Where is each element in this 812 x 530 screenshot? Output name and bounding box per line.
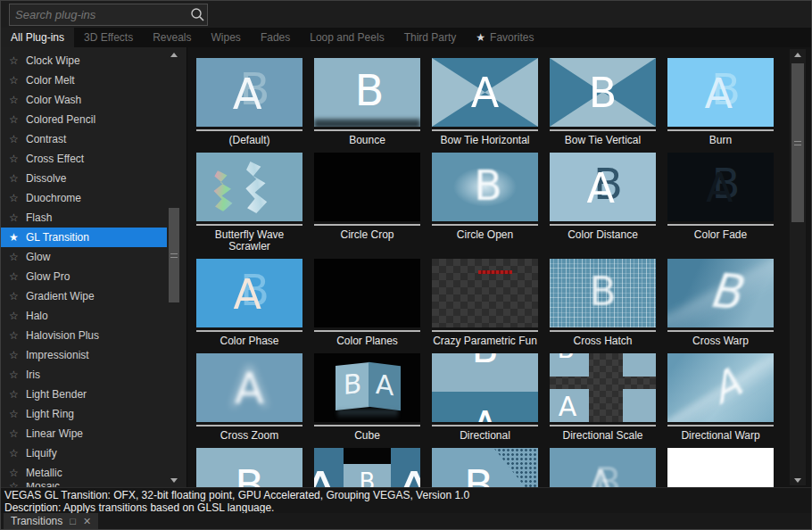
transition-tile-cross-zoom[interactable]: AACross Zoom (196, 353, 302, 442)
transition-thumbnail[interactable] (667, 448, 774, 487)
star-outline-icon[interactable]: ☆ (8, 330, 20, 341)
sidebar-item-gl-transition[interactable]: ★GL Transition (1, 228, 167, 247)
star-outline-icon[interactable]: ☆ (8, 212, 20, 223)
transition-tile-color-fade[interactable]: BAColor Fade (667, 153, 774, 253)
search-box[interactable] (9, 4, 208, 26)
star-outline-icon[interactable]: ☆ (8, 114, 20, 125)
transition-thumbnail[interactable] (314, 259, 420, 327)
transition-thumbnail[interactable]: BA (196, 58, 302, 127)
tab-3d-effects[interactable]: 3D Effects (74, 28, 143, 47)
scroll-up-icon[interactable] (168, 49, 180, 60)
transition-tile-bow-tie-vertical[interactable]: BBow Tie Vertical (550, 58, 656, 146)
tab-reveals[interactable]: Reveals (143, 28, 201, 47)
sidebar-item-light-ring[interactable]: ☆Light Ring (1, 404, 167, 424)
transition-tile-color-phase[interactable]: BAColor Phase (196, 259, 302, 347)
grid-scroll-thumb[interactable] (791, 63, 804, 222)
transition-thumbnail[interactable]: B (432, 448, 538, 487)
transition-thumbnail[interactable]: B (314, 58, 420, 127)
star-outline-icon[interactable]: ☆ (8, 134, 20, 145)
transition-thumbnail[interactable]: B (432, 153, 538, 221)
sidebar-item-liquify[interactable]: ☆Liquify (1, 443, 167, 463)
star-outline-icon[interactable]: ☆ (8, 252, 20, 262)
sidebar-item-impressionist[interactable]: ☆Impressionist (1, 345, 167, 365)
sidebar-item-mosaic[interactable]: ☆Mosaic (1, 483, 167, 487)
sidebar-item-color-melt[interactable]: ☆Color Melt (1, 70, 167, 90)
sidebar-item-light-bender[interactable]: ☆Light Bender (1, 385, 167, 404)
transition-tile-color-planes[interactable]: Color Planes (314, 259, 420, 347)
transition-thumbnail[interactable]: BA (550, 448, 656, 487)
star-outline-icon[interactable]: ☆ (8, 55, 20, 66)
sidebar-item-iris[interactable]: ☆Iris (1, 365, 167, 385)
sidebar-item-dissolve[interactable]: ☆Dissolve (1, 169, 167, 188)
star-outline-icon[interactable]: ☆ (8, 291, 20, 302)
star-outline-icon[interactable]: ☆ (8, 409, 20, 419)
star-outline-icon[interactable]: ☆ (8, 369, 20, 380)
star-outline-icon[interactable]: ☆ (8, 389, 20, 400)
star-outline-icon[interactable]: ☆ (8, 448, 20, 459)
star-outline-icon[interactable]: ☆ (8, 95, 20, 105)
sidebar-item-colored-pencil[interactable]: ☆Colored Pencil (1, 110, 167, 129)
transition-thumbnail[interactable]: A (432, 58, 538, 127)
tab-favorites[interactable]: ★Favorites (466, 28, 543, 47)
transition-thumbnail[interactable]: BA (667, 58, 774, 127)
transition-thumbnail[interactable]: B (550, 58, 656, 127)
transition-thumbnail[interactable] (314, 153, 420, 221)
transition-tile-crazy-parametric-fun[interactable]: Crazy Parametric Fun (432, 259, 538, 347)
sidebar-item-halovision-plus[interactable]: ☆Halovision Plus (1, 326, 167, 345)
star-filled-icon[interactable]: ★ (8, 232, 20, 243)
sidebar-scroll-thumb[interactable] (169, 208, 179, 302)
sidebar-item-glow[interactable]: ☆Glow (1, 247, 167, 267)
scroll-down-icon[interactable] (168, 475, 180, 485)
sidebar-item-flash[interactable]: ☆Flash (1, 208, 167, 228)
transition-tile-circle-crop[interactable]: Circle Crop (314, 153, 420, 253)
transition-tile-directional-scale[interactable]: BADirectional Scale (550, 353, 656, 442)
transition-tile[interactable]: B (196, 448, 302, 487)
transition-tile-cube[interactable]: BACube (314, 353, 420, 442)
transition-thumbnail[interactable]: B (550, 259, 656, 327)
transition-tile-cross-warp[interactable]: BCross Warp (667, 259, 774, 347)
transition-tile-bow-tie-horizontal[interactable]: ABow Tie Horizontal (432, 58, 538, 146)
transition-tile--default-[interactable]: BA(Default) (196, 58, 302, 146)
transition-tile-bounce[interactable]: BBounce (314, 58, 420, 146)
star-outline-icon[interactable]: ☆ (8, 468, 20, 478)
sidebar-item-glow-pro[interactable]: ☆Glow Pro (1, 267, 167, 286)
transition-thumbnail[interactable]: B (667, 259, 774, 327)
transition-thumbnail[interactable]: AABB (314, 448, 420, 487)
transition-thumbnail[interactable]: AA (196, 353, 302, 422)
transition-tile[interactable]: B (432, 448, 538, 487)
transition-tile-cross-hatch[interactable]: BCross Hatch (550, 259, 656, 347)
star-outline-icon[interactable]: ☆ (8, 483, 20, 487)
star-outline-icon[interactable]: ☆ (8, 428, 20, 439)
sidebar-item-contrast[interactable]: ☆Contrast (1, 129, 167, 149)
transition-thumbnail[interactable]: B (196, 448, 302, 487)
grid-scrollbar[interactable] (790, 49, 806, 485)
transition-thumbnail[interactable]: A (667, 353, 774, 422)
tab-loop-and-peels[interactable]: Loop and Peels (300, 28, 394, 47)
sidebar-item-clock-wipe[interactable]: ☆Clock Wipe (1, 51, 167, 70)
transition-tile-circle-open[interactable]: BCircle Open (432, 153, 538, 253)
transition-tile[interactable]: AABB (314, 448, 420, 487)
star-outline-icon[interactable]: ☆ (8, 153, 20, 164)
transition-thumbnail[interactable]: BA (196, 259, 302, 327)
transition-thumbnail[interactable]: BA (314, 353, 420, 422)
tab-wipes[interactable]: Wipes (202, 28, 251, 47)
transition-thumbnail[interactable]: BA (550, 153, 656, 221)
sidebar-item-color-wash[interactable]: ☆Color Wash (1, 90, 167, 110)
transitions-window-tab[interactable]: Transitions □ ✕ (4, 513, 98, 529)
transition-tile-burn[interactable]: BABurn (667, 58, 774, 146)
transition-thumbnail[interactable] (432, 259, 538, 327)
sidebar-item-cross-effect[interactable]: ☆Cross Effect (1, 149, 167, 169)
tab-third-party[interactable]: Third Party (394, 28, 467, 47)
transition-tile[interactable]: BA (550, 448, 656, 487)
float-window-icon[interactable]: □ (70, 517, 76, 526)
transition-tile-directional[interactable]: BADirectional (432, 353, 538, 442)
sidebar-item-linear-wipe[interactable]: ☆Linear Wipe (1, 424, 167, 443)
transition-tile-butterfly-wave-scrawler[interactable]: Butterfly Wave Scrawler (196, 153, 302, 253)
transition-thumbnail[interactable]: BA (550, 353, 656, 422)
search-icon[interactable] (187, 5, 207, 25)
star-outline-icon[interactable]: ☆ (8, 271, 20, 282)
tab-fades[interactable]: Fades (251, 28, 300, 47)
transition-thumbnail[interactable]: BA (667, 153, 774, 221)
close-icon[interactable]: ✕ (83, 517, 91, 526)
star-outline-icon[interactable]: ☆ (8, 350, 20, 360)
